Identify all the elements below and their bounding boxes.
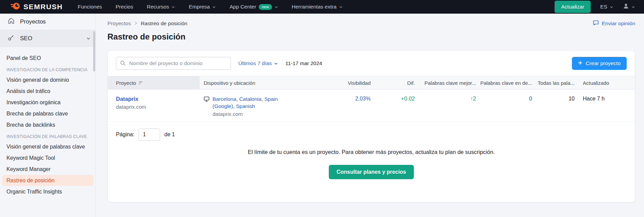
nav-app-center[interactable]: App Center new [230, 4, 278, 10]
new-badge: new [259, 4, 272, 10]
semrush-logo[interactable]: SEMRUSH [10, 2, 63, 12]
nav-right-controls: Actualizar ES [555, 1, 635, 13]
view-plans-button[interactable]: Consultar planes y precios [329, 165, 414, 179]
improved-keywords-value[interactable]: ↑2 [419, 90, 480, 102]
upgrade-button[interactable]: Actualizar [555, 1, 591, 13]
date-range-dropdown[interactable]: Últimos 7 días [238, 60, 278, 66]
account-limit-message: El límite de tu cuenta es un proyecto. P… [108, 149, 635, 155]
page-number-input[interactable] [138, 128, 160, 141]
column-header-todas[interactable]: Todas las pala... [536, 76, 579, 89]
user-account-menu[interactable] [623, 3, 635, 11]
search-icon [120, 60, 126, 67]
visibility-value[interactable]: 2.03% [312, 90, 375, 102]
pagination-total: de 1 [164, 131, 175, 138]
send-feedback-link[interactable]: Enviar opinión [593, 20, 635, 27]
diff-value: +0.02 [375, 90, 419, 102]
column-header-proyecto[interactable]: Proyecto [108, 76, 200, 89]
pagination-label: Página: [116, 131, 134, 138]
chevron-down-icon [339, 5, 343, 9]
sidebar-group-seo[interactable]: SEO [0, 30, 96, 47]
sort-icon [139, 80, 143, 86]
column-header-visibilidad[interactable]: Visibilidad [312, 76, 375, 89]
nav-funciones[interactable]: Funciones [78, 4, 102, 10]
project-name-link[interactable]: Dataprix [116, 96, 196, 102]
chevron-down-icon [171, 5, 175, 9]
sidebar-item-keyword-manager[interactable]: Keyword Manager [2, 164, 94, 175]
sidebar-item-brecha-palabras-clave[interactable]: Brecha de palabras clave [2, 108, 94, 119]
sidebar-section-competencia: INVESTIGACIÓN DE LA COMPETENCIA [0, 64, 96, 74]
user-avatar-icon [623, 3, 629, 11]
top-navigation: SEMRUSH Funciones Precios Recursos Empre… [0, 0, 644, 14]
sidebar-item-keyword-magic-tool[interactable]: Keyword Magic Tool [2, 152, 94, 164]
sidebar-item-investigacion-organica[interactable]: Investigación orgánica [2, 97, 94, 108]
feedback-bubble-icon [593, 20, 599, 27]
breadcrumb-current: Rastreo de posición [141, 20, 187, 27]
breadcrumb-proyectos[interactable]: Proyectos [107, 20, 131, 27]
sidebar-item-proyectos[interactable]: Proyectos [0, 14, 96, 30]
table-header-row: Proyecto Dispositivo y ubicación Visibil… [108, 76, 635, 90]
home-icon [7, 17, 15, 26]
column-header-mejoradas[interactable]: Palabras clave mejor... [419, 76, 480, 89]
location-domain: dataprix.com [213, 111, 285, 118]
location-link[interactable]: Barcelona, Catalonia, Spain (Google), Sp… [213, 96, 285, 110]
sidebar-item-vision-general-dominio[interactable]: Visión general de dominio [2, 74, 94, 86]
create-project-button[interactable]: Crear proyecto [572, 57, 627, 70]
seo-submenu: Panel de SEO INVESTIGACIÓN DE LA COMPETE… [0, 47, 96, 197]
sidebar-item-panel-de-seo[interactable]: Panel de SEO [2, 52, 94, 64]
column-header-dispositivo[interactable]: Dispositivo y ubicación [200, 76, 312, 89]
sidebar-item-brecha-backlinks[interactable]: Brecha de backlinks [2, 119, 94, 130]
column-header-en-descenso[interactable]: Palabras clave en de... [480, 76, 536, 89]
total-keywords-value: 10 [536, 90, 579, 102]
chevron-down-icon [274, 62, 278, 65]
chevron-down-icon [212, 5, 216, 9]
updated-value: Hace 7 h [579, 90, 635, 102]
nav-precios[interactable]: Precios [116, 4, 133, 10]
declined-keywords-value[interactable]: 0 [480, 90, 536, 102]
nav-herramientas-extra[interactable]: Herramientas extra [292, 4, 343, 10]
plus-icon [578, 60, 582, 66]
column-header-dif[interactable]: Dif. [375, 76, 419, 89]
breadcrumb-separator-icon [134, 20, 137, 27]
breadcrumb: Proyectos Rastreo de posición [107, 20, 187, 27]
table-row: Dataprix dataprix.com Barcelona, Catalon… [108, 90, 635, 122]
sidebar-item-organic-traffic-insights[interactable]: Organic Traffic Insights [2, 186, 94, 197]
nav-empresa[interactable]: Empresa [189, 4, 216, 10]
nav-recursos[interactable]: Recursos [147, 4, 175, 10]
device-location-cell: Barcelona, Catalonia, Spain (Google), Sp… [200, 90, 312, 118]
sidebar-section-palabras-clave: INVESTIGACIÓN DE PALABRAS CLAVE [0, 130, 96, 141]
page-title: Rastreo de posición [107, 32, 635, 42]
sidebar-item-rastreo-de-posicion[interactable]: Rastreo de posición [2, 175, 94, 186]
pagination: Página: de 1 [108, 122, 635, 141]
chevron-down-icon [274, 5, 278, 9]
main-menu: Funciones Precios Recursos Empresa App C… [78, 4, 343, 10]
project-cell: Dataprix dataprix.com [108, 90, 200, 110]
position-tracking-card: Últimos 7 días 11-17 mar 2024 Crear proy… [107, 50, 635, 202]
project-search [116, 57, 231, 70]
project-domain: dataprix.com [116, 104, 196, 110]
date-range-label: 11-17 mar 2024 [285, 60, 322, 66]
sidebar-item-analisis-trafico[interactable]: Análisis del tráfico [2, 86, 94, 97]
logo-text: SEMRUSH [23, 3, 63, 11]
sidebar: Proyectos SEO Panel de SEO INVESTIGACIÓN… [0, 14, 96, 217]
main-content: Proyectos Rastreo de posición Enviar opi… [96, 14, 644, 217]
card-toolbar: Últimos 7 días 11-17 mar 2024 Crear proy… [108, 51, 635, 76]
desktop-icon [204, 96, 209, 118]
column-header-actualizado[interactable]: Actualizado [579, 76, 635, 89]
chevron-down-icon [631, 5, 635, 9]
search-input[interactable] [116, 57, 231, 70]
sidebar-scrollbar[interactable] [93, 31, 95, 72]
projects-table: Proyecto Dispositivo y ubicación Visibil… [108, 76, 635, 122]
key-icon [7, 34, 15, 43]
semrush-flame-icon [10, 2, 20, 12]
language-selector[interactable]: ES [600, 4, 613, 10]
sidebar-item-vision-general-palabras[interactable]: Visión general de palabras clave [2, 141, 94, 152]
chevron-down-icon [610, 5, 613, 9]
chevron-down-icon [86, 36, 90, 40]
